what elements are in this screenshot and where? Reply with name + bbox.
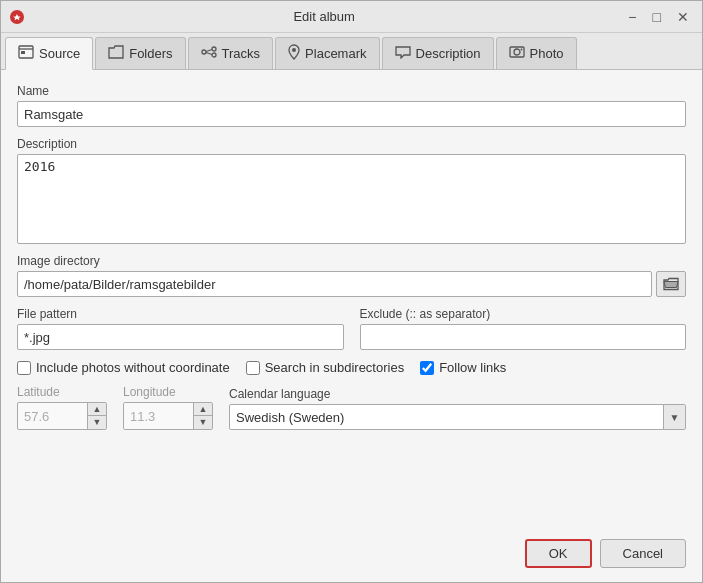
svg-line-8 [206, 50, 212, 52]
include-photos-checkbox[interactable] [17, 361, 31, 375]
latitude-label: Latitude [17, 385, 107, 399]
svg-point-12 [514, 49, 520, 55]
exclude-group: Exclude (:: as separator) [360, 307, 687, 350]
window-controls: − □ ✕ [623, 8, 694, 26]
svg-point-13 [520, 49, 522, 51]
tab-description[interactable]: Description [382, 37, 494, 69]
title-bar: Edit album − □ ✕ [1, 1, 702, 33]
longitude-label: Longitude [123, 385, 213, 399]
description-tab-icon [395, 45, 411, 62]
photo-tab-icon [509, 45, 525, 62]
footer: OK Cancel [1, 531, 702, 582]
follow-links-label: Follow links [439, 360, 506, 375]
file-pattern-input[interactable] [17, 324, 344, 350]
tab-tracks[interactable]: Tracks [188, 37, 274, 69]
calendar-dropdown-arrow: ▼ [663, 405, 685, 429]
exclude-input[interactable] [360, 324, 687, 350]
tab-photo[interactable]: Photo [496, 37, 577, 69]
name-group: Name [17, 84, 686, 127]
latitude-arrows: ▲ ▼ [87, 403, 106, 429]
image-dir-input[interactable] [17, 271, 652, 297]
search-subdirs-item: Search in subdirectories [246, 360, 404, 375]
latitude-group: Latitude ▲ ▼ [17, 385, 107, 430]
latitude-down-arrow[interactable]: ▼ [88, 416, 106, 429]
image-dir-label: Image directory [17, 254, 686, 268]
tracks-tab-icon [201, 45, 217, 62]
tab-tracks-label: Tracks [222, 46, 261, 61]
description-label: Description [17, 137, 686, 151]
edit-album-window: Edit album − □ ✕ Source Fol [0, 0, 703, 583]
calendar-label: Calendar language [229, 387, 686, 401]
svg-rect-4 [21, 51, 25, 54]
longitude-down-arrow[interactable]: ▼ [194, 416, 212, 429]
svg-line-9 [206, 53, 212, 55]
longitude-spinbox: ▲ ▼ [123, 402, 213, 430]
source-tab-icon [18, 45, 34, 62]
ok-button[interactable]: OK [525, 539, 592, 568]
exclude-label: Exclude (:: as separator) [360, 307, 687, 321]
tab-folders-label: Folders [129, 46, 172, 61]
tab-folders[interactable]: Folders [95, 37, 185, 69]
calendar-select-wrapper: Swedish (Sweden) English (US) German (Ge… [229, 404, 686, 430]
app-icon [9, 9, 25, 25]
form-content: Name Description 2016 Image directory [1, 70, 702, 531]
svg-point-7 [212, 53, 216, 57]
checkboxes-row: Include photos without coordinate Search… [17, 360, 686, 375]
dir-row [17, 271, 686, 297]
svg-point-6 [212, 47, 216, 51]
search-subdirs-checkbox[interactable] [246, 361, 260, 375]
file-pattern-group: File pattern [17, 307, 344, 350]
include-photos-label: Include photos without coordinate [36, 360, 230, 375]
browse-icon [663, 277, 679, 291]
tab-placemark-label: Placemark [305, 46, 366, 61]
description-input[interactable]: 2016 [17, 154, 686, 244]
follow-links-item: Follow links [420, 360, 506, 375]
latitude-input[interactable] [18, 403, 87, 429]
include-photos-item: Include photos without coordinate [17, 360, 230, 375]
geo-calendar-row: Latitude ▲ ▼ Longitude ▲ ▼ [17, 385, 686, 430]
tab-photo-label: Photo [530, 46, 564, 61]
svg-point-10 [292, 48, 296, 52]
latitude-up-arrow[interactable]: ▲ [88, 403, 106, 416]
name-label: Name [17, 84, 686, 98]
name-input[interactable] [17, 101, 686, 127]
longitude-group: Longitude ▲ ▼ [123, 385, 213, 430]
calendar-select[interactable]: Swedish (Sweden) English (US) German (Ge… [230, 405, 663, 429]
minimize-button[interactable]: − [623, 8, 641, 26]
tab-description-label: Description [416, 46, 481, 61]
longitude-input[interactable] [124, 403, 193, 429]
file-pattern-label: File pattern [17, 307, 344, 321]
search-subdirs-label: Search in subdirectories [265, 360, 404, 375]
window-title: Edit album [25, 9, 623, 24]
browse-button[interactable] [656, 271, 686, 297]
tab-source[interactable]: Source [5, 37, 93, 70]
calendar-group: Calendar language Swedish (Sweden) Engli… [229, 387, 686, 430]
pattern-exclude-row: File pattern Exclude (:: as separator) [17, 307, 686, 350]
longitude-up-arrow[interactable]: ▲ [194, 403, 212, 416]
svg-point-5 [202, 50, 206, 54]
tab-placemark[interactable]: Placemark [275, 37, 379, 69]
close-button[interactable]: ✕ [672, 8, 694, 26]
cancel-button[interactable]: Cancel [600, 539, 686, 568]
description-group: Description 2016 [17, 137, 686, 244]
tab-source-label: Source [39, 46, 80, 61]
placemark-tab-icon [288, 44, 300, 63]
maximize-button[interactable]: □ [648, 8, 666, 26]
tab-bar: Source Folders Tracks [1, 33, 702, 70]
follow-links-checkbox[interactable] [420, 361, 434, 375]
image-dir-group: Image directory [17, 254, 686, 297]
latitude-spinbox: ▲ ▼ [17, 402, 107, 430]
folders-tab-icon [108, 45, 124, 62]
longitude-arrows: ▲ ▼ [193, 403, 212, 429]
